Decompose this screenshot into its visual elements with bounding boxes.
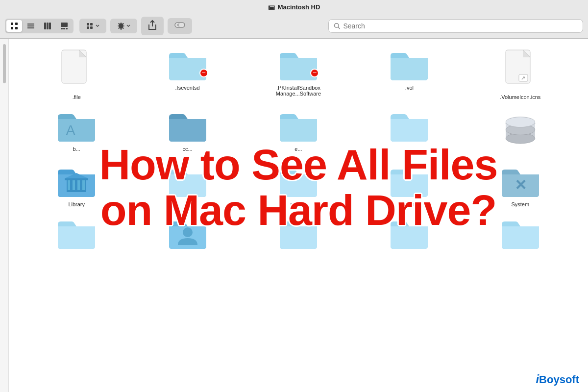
group-button-group xyxy=(79,19,106,33)
svg-rect-11 xyxy=(61,28,63,29)
file-name: System xyxy=(509,201,531,208)
svg-rect-2 xyxy=(11,27,13,29)
svg-rect-18 xyxy=(175,23,185,27)
list-item[interactable]: e... xyxy=(245,110,351,156)
svg-rect-9 xyxy=(49,23,51,29)
file-name: .vol xyxy=(403,84,416,91)
file-name xyxy=(407,146,411,147)
list-item[interactable] xyxy=(245,218,351,254)
file-grid: .file .fseventsd xyxy=(9,39,588,392)
file-name: .fseventsd xyxy=(173,84,202,91)
svg-rect-5 xyxy=(27,25,34,26)
column-view-button[interactable] xyxy=(40,20,55,32)
file-name: Library xyxy=(66,201,87,208)
folder-icon xyxy=(279,166,318,198)
list-item[interactable]: .PKInstallSandboxManage...Software xyxy=(245,49,351,100)
file-name: e... xyxy=(293,146,304,152)
brand-logo: iBoysoft xyxy=(536,372,579,386)
svg-text:✕: ✕ xyxy=(514,177,526,193)
window-title-area: 🖴 Macintosh HD xyxy=(268,3,320,11)
folder-icon xyxy=(57,218,96,250)
folder-icon xyxy=(501,218,540,250)
group-button[interactable] xyxy=(82,20,103,32)
file-name xyxy=(186,253,190,254)
folder-icon xyxy=(168,166,207,198)
finder-window: 🖴 Macintosh HD xyxy=(0,0,588,392)
list-item[interactable]: Library xyxy=(24,166,129,208)
window-title: Macintosh HD xyxy=(278,3,320,11)
toolbar xyxy=(0,14,588,39)
list-item[interactable]: sbin xyxy=(356,166,462,208)
back-button[interactable] xyxy=(168,18,192,34)
list-item[interactable] xyxy=(356,110,462,156)
folder-icon: A xyxy=(57,110,96,143)
svg-rect-0 xyxy=(11,23,13,25)
list-item[interactable]: ✕ System xyxy=(467,166,573,208)
file-name xyxy=(296,253,300,254)
svg-rect-17 xyxy=(90,26,93,29)
list-item[interactable]: ↗ .VolumeIcon.icns xyxy=(467,49,573,100)
list-item[interactable]: A b... xyxy=(24,110,129,156)
action-button[interactable] xyxy=(113,20,134,32)
file-name: .PKInstallSandboxManage...Software xyxy=(274,84,323,97)
svg-rect-14 xyxy=(87,23,89,25)
gear-icon xyxy=(117,22,125,30)
list-item[interactable]: private xyxy=(245,166,351,208)
file-name: .VolumeIcon.icns xyxy=(498,94,542,100)
svg-rect-13 xyxy=(66,28,68,29)
folder-icon xyxy=(279,218,318,250)
svg-rect-15 xyxy=(90,23,93,25)
svg-line-20 xyxy=(338,27,340,28)
list-item[interactable] xyxy=(134,218,240,254)
svg-rect-8 xyxy=(47,23,49,29)
share-button[interactable] xyxy=(141,17,164,35)
svg-rect-38 xyxy=(65,178,88,180)
svg-rect-42 xyxy=(82,180,85,190)
folder-icon xyxy=(279,110,318,143)
badge-minus-icon xyxy=(199,69,208,77)
icon-view-button[interactable] xyxy=(6,20,22,32)
gallery-view-button[interactable] xyxy=(56,20,72,32)
file-name: b... xyxy=(71,146,82,152)
search-input[interactable] xyxy=(343,22,578,30)
scroll-thumb xyxy=(3,44,6,83)
svg-rect-16 xyxy=(87,26,89,29)
disk-icon xyxy=(503,110,538,152)
file-name xyxy=(74,253,78,254)
list-item[interactable] xyxy=(467,218,573,254)
file-name: private xyxy=(288,201,308,208)
svg-point-45 xyxy=(183,227,193,237)
folder-user-icon xyxy=(168,218,207,250)
list-item[interactable]: cc... xyxy=(134,110,240,156)
list-item[interactable]: .vol xyxy=(356,49,462,100)
hard-disk-icon: 🖴 xyxy=(268,3,275,11)
list-item[interactable] xyxy=(24,218,129,254)
list-item[interactable]: .file xyxy=(24,49,129,100)
badge-minus-icon xyxy=(310,69,319,77)
file-icon xyxy=(59,49,94,91)
title-bar: 🖴 Macintosh HD xyxy=(0,0,588,39)
folder-icon xyxy=(168,110,207,143)
svg-rect-39 xyxy=(68,180,70,190)
folder-icon xyxy=(390,110,429,143)
sidebar-scrollbar[interactable] xyxy=(0,39,9,392)
action-chevron-icon xyxy=(126,24,130,28)
folder-system-icon: ✕ xyxy=(501,166,540,198)
list-item[interactable] xyxy=(356,218,462,254)
svg-point-36 xyxy=(506,117,535,127)
chevron-down-icon xyxy=(96,24,99,28)
svg-rect-10 xyxy=(61,23,68,27)
folder-icon xyxy=(168,49,207,81)
file-name: sbin xyxy=(402,201,416,208)
list-view-button[interactable] xyxy=(23,20,39,32)
list-item[interactable]: opt xyxy=(134,166,240,208)
list-item[interactable] xyxy=(467,110,573,156)
file-name xyxy=(407,253,411,254)
search-bar[interactable] xyxy=(328,19,583,33)
content-area: .file .fseventsd xyxy=(0,39,588,392)
list-item[interactable]: .fseventsd xyxy=(134,49,240,100)
folder-icon xyxy=(279,49,318,81)
search-icon xyxy=(334,23,340,29)
svg-rect-1 xyxy=(15,23,18,25)
file-name xyxy=(518,253,522,254)
